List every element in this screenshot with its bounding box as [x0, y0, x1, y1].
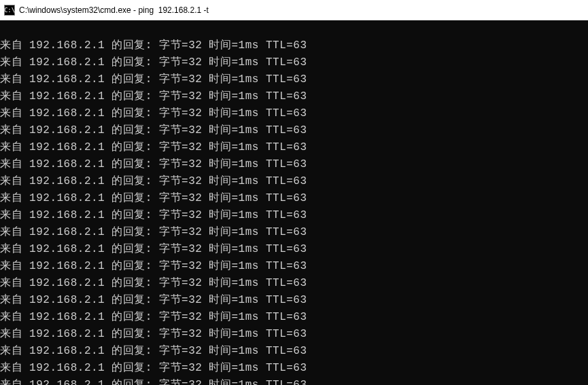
window-titlebar[interactable]: C:\ C:\windows\system32\cmd.exe - ping 1… — [0, 0, 588, 20]
ping-reply-line: 来自 192.168.2.1 的回复: 字节=32 时间=1ms TTL=63 — [0, 156, 588, 173]
ping-reply-line: 来自 192.168.2.1 的回复: 字节=32 时间=1ms TTL=63 — [0, 292, 588, 309]
ping-reply-line: 来自 192.168.2.1 的回复: 字节=32 时间=1ms TTL=63 — [0, 37, 588, 54]
ping-reply-line: 来自 192.168.2.1 的回复: 字节=32 时间=1ms TTL=63 — [0, 173, 588, 190]
ping-reply-line: 来自 192.168.2.1 的回复: 字节=32 时间=1ms TTL=63 — [0, 190, 588, 207]
ping-reply-line: 来自 192.168.2.1 的回复: 字节=32 时间=1ms TTL=63 — [0, 377, 588, 385]
terminal-output[interactable]: 来自 192.168.2.1 的回复: 字节=32 时间=1ms TTL=63来… — [0, 20, 588, 385]
ping-reply-line: 来自 192.168.2.1 的回复: 字节=32 时间=1ms TTL=63 — [0, 241, 588, 258]
cmd-icon: C:\ — [4, 5, 15, 16]
ping-reply-line: 来自 192.168.2.1 的回复: 字节=32 时间=1ms TTL=63 — [0, 71, 588, 88]
ping-reply-line: 来自 192.168.2.1 的回复: 字节=32 时间=1ms TTL=63 — [0, 326, 588, 343]
ping-reply-line: 来自 192.168.2.1 的回复: 字节=32 时间=1ms TTL=63 — [0, 360, 588, 377]
ping-reply-line: 来自 192.168.2.1 的回复: 字节=32 时间=1ms TTL=63 — [0, 88, 588, 105]
ping-reply-line: 来自 192.168.2.1 的回复: 字节=32 时间=1ms TTL=63 — [0, 54, 588, 71]
window-title: C:\windows\system32\cmd.exe - ping 192.1… — [19, 5, 209, 15]
ping-reply-line: 来自 192.168.2.1 的回复: 字节=32 时间=1ms TTL=63 — [0, 105, 588, 122]
ping-reply-line: 来自 192.168.2.1 的回复: 字节=32 时间=1ms TTL=63 — [0, 343, 588, 360]
ping-reply-line: 来自 192.168.2.1 的回复: 字节=32 时间=1ms TTL=63 — [0, 309, 588, 326]
ping-reply-line: 来自 192.168.2.1 的回复: 字节=32 时间=1ms TTL=63 — [0, 275, 588, 292]
ping-reply-line: 来自 192.168.2.1 的回复: 字节=32 时间=1ms TTL=63 — [0, 207, 588, 224]
ping-reply-line: 来自 192.168.2.1 的回复: 字节=32 时间=1ms TTL=63 — [0, 139, 588, 156]
ping-reply-line: 来自 192.168.2.1 的回复: 字节=32 时间=1ms TTL=63 — [0, 258, 588, 275]
ping-reply-line: 来自 192.168.2.1 的回复: 字节=32 时间=1ms TTL=63 — [0, 122, 588, 139]
ping-reply-line: 来自 192.168.2.1 的回复: 字节=32 时间=1ms TTL=63 — [0, 224, 588, 241]
